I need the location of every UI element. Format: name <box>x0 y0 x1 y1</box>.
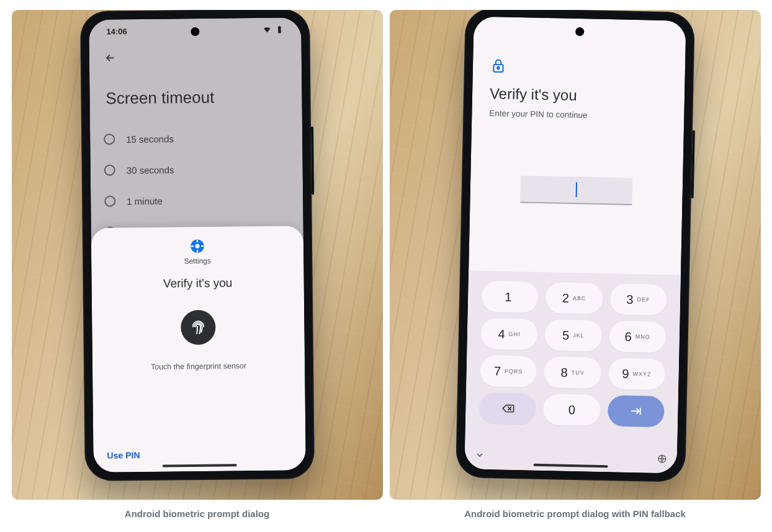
keypad-area: 1 2ABC 3DEF 4GHI 5JKL 6MNO 7PQRS 8TUV 9W… <box>464 271 681 474</box>
screenshot-gallery: 14:06 Screen timeout <box>0 0 772 519</box>
panel-pin-fallback: Verify it's you Enter your PIN to contin… <box>389 10 761 519</box>
globe-icon[interactable] <box>657 454 667 466</box>
svg-rect-4 <box>191 246 193 247</box>
numeric-keypad: 1 2ABC 3DEF 4GHI 5JKL 6MNO 7PQRS 8TUV 9W… <box>478 281 667 427</box>
svg-point-7 <box>497 67 500 69</box>
pin-input[interactable] <box>520 175 632 205</box>
caption-right: Android biometric prompt dialog with PIN… <box>464 508 686 519</box>
key-5[interactable]: 5JKL <box>544 319 601 352</box>
caption-left: Android biometric prompt dialog <box>125 508 269 519</box>
wifi-icon <box>263 25 271 34</box>
camera-punch-hole <box>191 27 199 36</box>
lock-icon <box>490 58 506 77</box>
key-1[interactable]: 1 <box>481 281 538 313</box>
phone-device-right: Verify it's you Enter your PIN to contin… <box>456 10 695 482</box>
option-label: 15 seconds <box>126 133 174 144</box>
fingerprint-button[interactable] <box>181 310 216 345</box>
timeout-option[interactable]: 15 seconds <box>103 122 290 155</box>
key-backspace[interactable] <box>478 392 536 425</box>
enter-icon <box>629 404 642 418</box>
battery-icon <box>275 25 284 34</box>
back-button[interactable] <box>101 49 119 66</box>
photo-left: 14:06 Screen timeout <box>12 10 383 500</box>
key-0[interactable]: 0 <box>543 394 600 426</box>
key-4[interactable]: 4GHI <box>480 318 537 350</box>
timeout-option[interactable]: 30 seconds <box>104 153 290 186</box>
sheet-title: Verify it's you <box>163 276 232 290</box>
sheet-app-label: Settings <box>184 257 211 265</box>
camera-punch-hole <box>575 27 584 36</box>
key-9[interactable]: 9WXYZ <box>608 358 665 390</box>
phone-device-left: 14:06 Screen timeout <box>80 10 315 481</box>
biometric-bottom-sheet: Settings Verify it's you Touch the <box>91 226 305 472</box>
keyboard-collapse-icon[interactable] <box>474 450 484 463</box>
radio-icon <box>104 165 115 176</box>
page-title: Screen timeout <box>105 88 214 109</box>
radio-icon <box>104 134 115 145</box>
key-enter[interactable] <box>607 395 664 427</box>
use-pin-button[interactable]: Use PIN <box>107 450 140 461</box>
option-label: 30 seconds <box>126 164 174 175</box>
key-8[interactable]: 8TUV <box>544 357 601 389</box>
key-6[interactable]: 6MNO <box>609 321 666 353</box>
sheet-hint: Touch the fingerprint sensor <box>150 361 246 371</box>
settings-gear-icon <box>189 238 205 254</box>
key-7[interactable]: 7PQRS <box>480 355 537 388</box>
backspace-icon <box>500 402 514 415</box>
text-cursor <box>575 182 577 197</box>
photo-right: Verify it's you Enter your PIN to contin… <box>390 10 761 500</box>
key-3[interactable]: 3DEF <box>609 283 667 316</box>
verify-title: Verify it's you <box>489 85 577 104</box>
panel-biometric: 14:06 Screen timeout <box>11 10 383 519</box>
fingerprint-icon <box>189 318 207 337</box>
radio-icon <box>104 196 115 207</box>
status-time: 14:06 <box>106 27 127 36</box>
timeout-option[interactable]: 1 minute <box>104 184 290 217</box>
option-label: 1 minute <box>127 195 163 206</box>
svg-rect-5 <box>200 246 203 247</box>
key-2[interactable]: 2ABC <box>545 282 603 314</box>
